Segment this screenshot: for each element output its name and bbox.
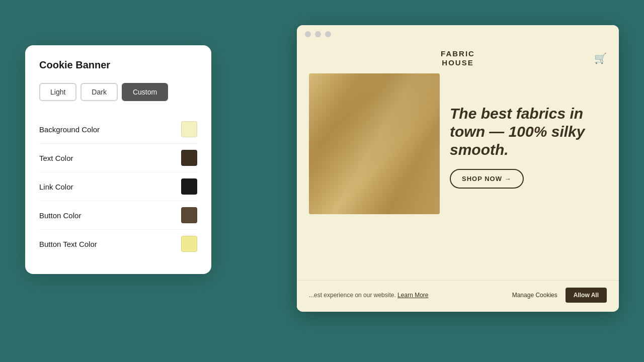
- background-color-label: Background Color: [39, 125, 100, 134]
- hero-image: [309, 73, 440, 214]
- hero-text: The best fabrics in town — 100% silky sm…: [450, 73, 607, 219]
- settings-panel: Cookie Banner Light Dark Custom Backgrou…: [25, 45, 211, 274]
- site-header: FABRIC HOUSE 🛒: [297, 43, 619, 73]
- cookie-description: ...est experience on our website.: [309, 292, 396, 299]
- browser-window: FABRIC HOUSE 🛒 The best fabrics in town …: [297, 25, 619, 312]
- hero-section: The best fabrics in town — 100% silky sm…: [297, 73, 619, 219]
- theme-selector: Light Dark Custom: [39, 83, 197, 101]
- logo-line1: FABRIC: [441, 49, 475, 58]
- button-text-color-option: Button Text Color: [39, 230, 197, 258]
- background-color-swatch[interactable]: [181, 121, 197, 137]
- browser-dot-yellow: [315, 31, 321, 37]
- cookie-banner: ...est experience on our website. Learn …: [297, 280, 619, 310]
- text-color-label: Text Color: [39, 154, 73, 162]
- button-color-option: Button Color: [39, 201, 197, 230]
- hero-heading: The best fabrics in town — 100% silky sm…: [450, 105, 607, 159]
- browser-dot-red: [305, 31, 311, 37]
- button-text-color-swatch[interactable]: [181, 236, 197, 252]
- button-color-label: Button Color: [39, 211, 81, 220]
- theme-dark-button[interactable]: Dark: [80, 83, 118, 101]
- logo-line2: HOUSE: [441, 58, 475, 67]
- shop-now-button[interactable]: SHOP NOW →: [450, 169, 524, 189]
- learn-more-link[interactable]: Learn More: [397, 292, 428, 299]
- allow-all-button[interactable]: Allow All: [566, 288, 607, 303]
- link-color-option: Link Color: [39, 172, 197, 201]
- scene: Cookie Banner Light Dark Custom Backgrou…: [25, 25, 619, 337]
- theme-light-button[interactable]: Light: [39, 83, 76, 101]
- panel-title: Cookie Banner: [39, 59, 197, 71]
- cart-icon[interactable]: 🛒: [594, 52, 607, 64]
- browser-titlebar: [297, 25, 619, 43]
- button-text-color-label: Button Text Color: [39, 240, 97, 248]
- browser-content: FABRIC HOUSE 🛒 The best fabrics in town …: [297, 43, 619, 310]
- background-color-option: Background Color: [39, 115, 197, 144]
- text-color-option: Text Color: [39, 144, 197, 172]
- cookie-text: ...est experience on our website. Learn …: [309, 292, 504, 299]
- text-color-swatch[interactable]: [181, 150, 197, 166]
- theme-custom-button[interactable]: Custom: [122, 83, 168, 101]
- browser-dot-green: [325, 31, 331, 37]
- link-color-label: Link Color: [39, 183, 73, 191]
- button-color-swatch[interactable]: [181, 207, 197, 223]
- site-logo: FABRIC HOUSE: [441, 49, 475, 67]
- manage-cookies-button[interactable]: Manage Cookies: [512, 292, 557, 299]
- link-color-swatch[interactable]: [181, 178, 197, 195]
